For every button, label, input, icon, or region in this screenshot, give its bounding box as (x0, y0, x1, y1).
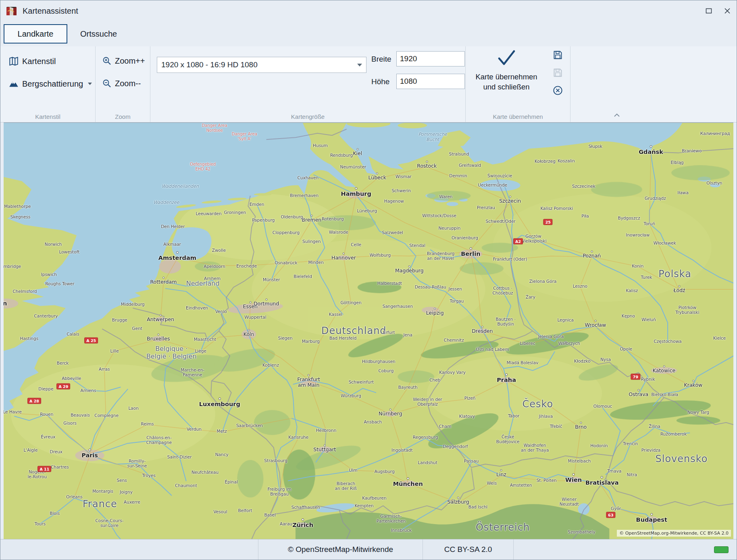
map-assistant-window: Kartenassistent Landkarte Ortssuche K (0, 0, 737, 560)
chevron-down-icon (357, 64, 362, 66)
maximize-icon (706, 8, 712, 14)
tab-landkarte[interactable]: Landkarte (4, 24, 67, 44)
save-icon (552, 50, 563, 60)
group-uebernehmen-caption: Karte übernehmen (466, 113, 570, 120)
status-spacer (0, 539, 258, 560)
map-size-preset-dropdown[interactable]: 1920 x 1080 - 16:9 HD 1080 (157, 57, 366, 73)
status-license: CC BY-SA 2.0 (423, 539, 514, 560)
bergschattierung-button[interactable]: Bergschattierung (5, 77, 95, 91)
kartenstil-button[interactable]: Kartenstil (5, 54, 59, 68)
status-bar: © OpenStreetMap-Mitwirkende CC BY-SA 2.0 (0, 539, 737, 560)
status-right (514, 539, 737, 560)
close-button[interactable] (718, 3, 737, 19)
map-attribution: © OpenStreetMap.org-Mitwirkende, CC BY-S… (617, 530, 731, 537)
group-zoom-caption: Zoom (96, 113, 150, 120)
tab-ortssuche[interactable]: Ortssuche (78, 25, 119, 43)
cancel-button[interactable] (551, 83, 564, 97)
group-uebernehmen: Karte übernehmen und schließen (466, 46, 570, 122)
window-title: Kartenassistent (23, 6, 78, 16)
ribbon: Kartenstil Bergschattierung Kartenstil (0, 46, 737, 122)
group-kartengroesse: 1920 x 1080 - 16:9 HD 1080 Breite Höhe K… (150, 46, 466, 122)
mountain-icon (8, 79, 19, 89)
breite-label: Breite (371, 55, 396, 64)
group-kartengroesse-caption: Kartengröße (150, 113, 465, 120)
check-icon (496, 49, 517, 66)
zoom-in-label: Zoom++ (115, 56, 145, 66)
status-attribution: © OpenStreetMap-Mitwirkende (258, 539, 423, 560)
group-kartenstil: Kartenstil Bergschattierung Kartenstil (0, 46, 96, 122)
ribbon-tabs: Landkarte Ortssuche (0, 21, 737, 46)
cancel-icon (552, 85, 563, 96)
map-icon (8, 56, 19, 66)
ribbon-spacer (570, 46, 737, 122)
app-icon (6, 6, 17, 17)
collapse-ribbon-button[interactable] (612, 111, 622, 119)
tab-landkarte-label: Landkarte (18, 29, 54, 39)
save-as-icon (552, 67, 563, 78)
map-size-preset-value: 1920 x 1080 - 16:9 HD 1080 (161, 60, 258, 69)
kartenstil-label: Kartenstil (22, 57, 56, 66)
apply-and-close-button[interactable]: Karte übernehmen und schließen (469, 49, 544, 92)
title-bar: Kartenassistent (0, 0, 737, 21)
zoom-out-button[interactable]: Zoom-- (99, 77, 144, 90)
zoom-in-button[interactable]: Zoom++ (99, 54, 148, 67)
save-button[interactable] (551, 48, 564, 62)
apply-and-close-label: Karte übernehmen und schließen (469, 72, 544, 92)
save-as-button[interactable] (551, 66, 564, 79)
group-zoom: Zoom++ Zoom-- Zoom (96, 46, 150, 122)
chevron-down-icon (88, 83, 92, 85)
status-indicator (714, 546, 729, 553)
tab-ortssuche-label: Ortssuche (80, 29, 117, 38)
close-icon (724, 8, 731, 14)
chevron-up-icon (614, 113, 620, 117)
bergschattierung-label: Bergschattierung (22, 79, 83, 89)
zoom-out-icon (102, 79, 112, 88)
hoehe-input[interactable] (396, 74, 465, 89)
hoehe-label: Höhe (371, 77, 396, 86)
maximize-button[interactable] (700, 3, 718, 19)
map-canvas (4, 123, 733, 539)
zoom-out-label: Zoom-- (115, 79, 141, 88)
map-viewport[interactable]: DeutschlandFrancePolskaČeskoÖsterreichSl… (4, 122, 733, 539)
zoom-in-icon (102, 56, 112, 66)
breite-input[interactable] (396, 51, 465, 66)
group-kartenstil-caption: Kartenstil (0, 113, 95, 120)
